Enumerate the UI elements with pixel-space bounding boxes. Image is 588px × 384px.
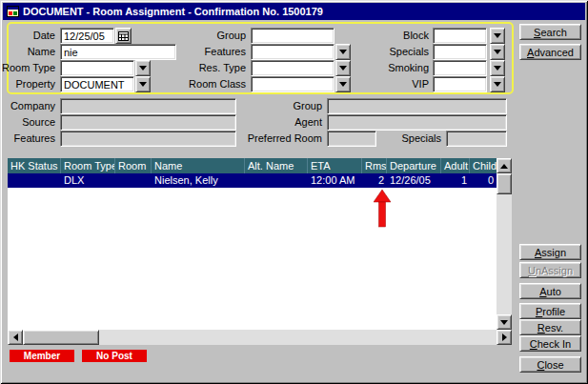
dropdown-arrow-icon xyxy=(339,66,347,71)
cell-departure: 12/26/05 xyxy=(387,173,441,188)
details-specials-field xyxy=(446,131,507,147)
details-group-label: Group xyxy=(246,100,322,112)
property-label: Property xyxy=(2,78,55,91)
features-input[interactable] xyxy=(251,44,335,60)
scroll-down-button[interactable] xyxy=(497,314,512,330)
title-bar[interactable]: DOCUMENT - Room Assignment - Confirmatio… xyxy=(3,3,585,20)
column-header-child[interactable]: Child xyxy=(470,158,497,173)
vip-dropdown-button[interactable] xyxy=(490,76,505,92)
smoking-dropdown-button[interactable] xyxy=(490,60,505,76)
room-type-input[interactable] xyxy=(60,60,134,76)
specials-dropdown-button[interactable] xyxy=(490,44,505,60)
dropdown-arrow-icon xyxy=(494,82,501,87)
cell-eta: 12:00 AM xyxy=(308,173,362,188)
cell-room xyxy=(115,173,152,188)
preferred-room-field xyxy=(327,131,376,147)
room-type-dropdown-button[interactable] xyxy=(135,60,151,76)
cell-room-type: DLX xyxy=(61,173,115,188)
column-header-hk-status[interactable]: HK Status xyxy=(8,158,61,173)
agent-field xyxy=(327,114,507,131)
details-features-field xyxy=(60,131,236,147)
column-header-name[interactable]: Name xyxy=(152,158,245,173)
column-header-adult[interactable]: Adult xyxy=(441,158,470,173)
scroll-right-button[interactable] xyxy=(497,330,512,345)
vertical-scroll-thumb[interactable] xyxy=(497,173,512,194)
agent-label: Agent xyxy=(246,116,322,129)
date-label: Date xyxy=(2,30,55,42)
profile-button[interactable]: Profile xyxy=(519,303,581,319)
name-label: Name xyxy=(2,46,55,58)
app-icon xyxy=(7,6,19,17)
no-post-badge: No Post xyxy=(82,350,147,362)
room-class-input[interactable] xyxy=(251,76,335,92)
block-input[interactable] xyxy=(433,28,487,44)
column-header-eta[interactable]: ETA xyxy=(308,158,362,173)
company-field xyxy=(60,98,236,114)
scroll-left-button[interactable] xyxy=(8,330,23,345)
cell-child: 0 xyxy=(470,173,497,188)
vip-input[interactable] xyxy=(433,76,487,92)
room-assignment-window: DOCUMENT - Room Assignment - Confirmatio… xyxy=(0,0,588,384)
column-header-room-type[interactable]: Room Type xyxy=(61,158,115,173)
block-label: Block xyxy=(372,30,429,42)
property-dropdown-button[interactable] xyxy=(135,76,151,92)
arrow-right-icon xyxy=(502,333,507,341)
cell-hk-status xyxy=(8,173,61,188)
vip-label: VIP xyxy=(372,78,429,91)
horizontal-scroll-thumb[interactable] xyxy=(23,330,99,345)
specials-input[interactable] xyxy=(433,44,487,60)
cell-name: Nielsen, Kelly xyxy=(152,173,245,188)
details-group-field xyxy=(327,98,507,114)
res-type-input[interactable] xyxy=(251,60,335,76)
date-input[interactable] xyxy=(60,28,114,44)
advanced-button[interactable]: Advanced xyxy=(519,44,581,60)
dropdown-arrow-icon xyxy=(139,82,147,87)
features-dropdown-button[interactable] xyxy=(335,44,351,60)
smoking-input[interactable] xyxy=(433,60,487,76)
cell-rms: 2 xyxy=(362,173,387,188)
column-header-departure[interactable]: Departure xyxy=(387,158,441,173)
specials-label: Specials xyxy=(372,46,429,58)
unassign-button[interactable]: UnAssign xyxy=(519,262,581,278)
arrow-up-icon xyxy=(500,164,508,169)
resv-button[interactable]: Resv. xyxy=(519,319,581,335)
dropdown-arrow-icon xyxy=(494,33,501,38)
arrow-left-icon xyxy=(13,333,18,341)
horizontal-scrollbar[interactable] xyxy=(8,330,512,345)
features-label: Features xyxy=(186,46,246,58)
res-type-label: Res. Type xyxy=(186,62,246,74)
dropdown-arrow-icon xyxy=(494,50,501,54)
scroll-up-button[interactable] xyxy=(497,158,512,173)
details-specials-label: Specials xyxy=(379,132,441,145)
vertical-scrollbar[interactable] xyxy=(497,158,512,330)
dropdown-arrow-icon xyxy=(494,66,501,71)
calendar-button[interactable] xyxy=(115,28,132,44)
name-input[interactable] xyxy=(60,44,176,60)
arrow-down-icon xyxy=(500,320,508,325)
results-table-header: HK Status Room Type Room Name Alt. Name … xyxy=(8,158,497,173)
res-type-dropdown-button[interactable] xyxy=(335,60,351,76)
table-row-selected[interactable]: DLX Nielsen, Kelly 12:00 AM 2 12/26/05 1… xyxy=(8,173,497,188)
room-class-dropdown-button[interactable] xyxy=(335,76,351,92)
column-header-rms[interactable]: Rms xyxy=(362,158,387,173)
column-header-room[interactable]: Room xyxy=(115,158,152,173)
assign-button[interactable]: Assign xyxy=(519,244,581,260)
member-badge: Member xyxy=(10,350,74,362)
auto-button[interactable]: Auto xyxy=(519,283,581,299)
group-input[interactable] xyxy=(251,28,335,44)
source-label: Source xyxy=(2,116,55,129)
search-button[interactable]: Search xyxy=(519,24,581,40)
check-in-button[interactable]: Check In xyxy=(519,335,581,352)
property-input[interactable] xyxy=(60,76,134,92)
company-label: Company xyxy=(2,100,55,112)
smoking-label: Smoking xyxy=(372,62,429,74)
details-features-label: Features xyxy=(2,132,55,145)
dropdown-arrow-icon xyxy=(339,50,347,54)
column-header-alt-name[interactable]: Alt. Name xyxy=(245,158,308,173)
window-title: DOCUMENT - Room Assignment - Confirmatio… xyxy=(23,6,323,17)
close-button[interactable]: Close xyxy=(519,356,581,373)
cell-adult: 1 xyxy=(441,173,470,188)
preferred-room-label: Preferred Room xyxy=(246,132,322,145)
block-dropdown-button[interactable] xyxy=(490,28,505,44)
room-class-label: Room Class xyxy=(186,78,246,91)
